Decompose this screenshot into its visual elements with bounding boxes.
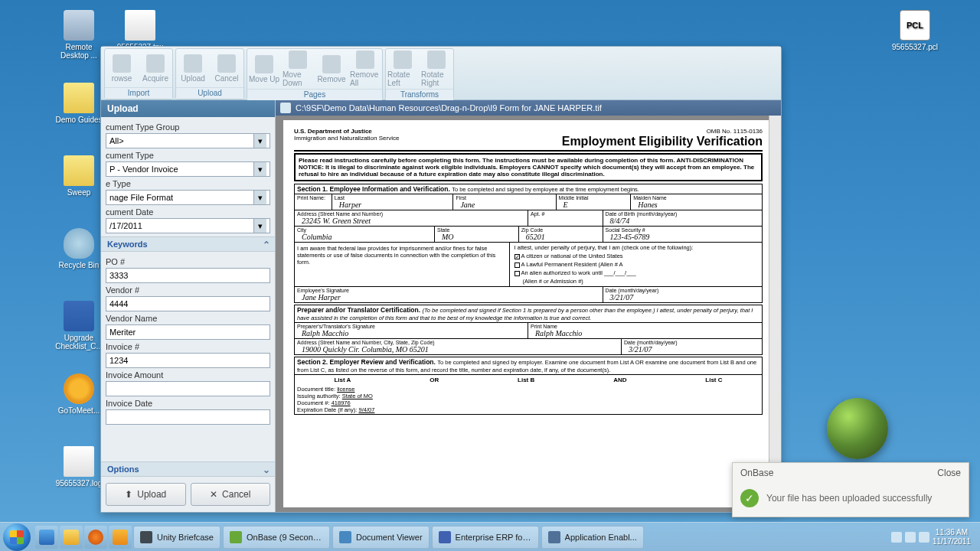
- ribbon-group-label: Import: [105, 87, 172, 99]
- panel-fields: cument Type Group All> cument Type P - V…: [101, 117, 275, 236]
- windows-taskbar: Unity BriefcaseOnBase (9 Second...Docume…: [0, 522, 980, 551]
- toast-message: Your file has been uploaded successfully: [766, 493, 932, 504]
- doc-type-group-select[interactable]: All>: [106, 133, 270, 148]
- ribbon-group-label: Upload: [176, 87, 243, 99]
- icon-label: 95655327.log: [52, 479, 106, 487]
- file-path-bar: C:\9SF\Demo Data\Human Resources\Drag-n-…: [276, 100, 781, 116]
- file-tnx-icon: [125, 10, 155, 41]
- ribbon-group-label: Transforms: [386, 89, 453, 100]
- ribbon-btn-move-down[interactable]: Move Down: [281, 49, 315, 89]
- taskbar-app-label: Unity Briefcase: [157, 533, 214, 542]
- ribbon-btn-label: Remove: [317, 75, 345, 83]
- ribbon-group-label: Pages: [247, 89, 382, 100]
- gotomeeting-icon: [64, 373, 94, 404]
- taskbar-item[interactable]: Document Viewer: [332, 526, 430, 549]
- keyword-input-invoice-[interactable]: [106, 353, 270, 368]
- ribbon-btn-acquire[interactable]: Acquire: [139, 49, 172, 87]
- ribbon-btn-label: rowse: [112, 74, 132, 83]
- panel-title: Upload: [101, 100, 275, 117]
- document-preview[interactable]: U.S. Department of JusticeImmigration an…: [276, 116, 781, 512]
- desktop-icon-file-log[interactable]: 95655327.log: [52, 446, 106, 487]
- desktop-icon-sweep[interactable]: Sweep: [52, 155, 106, 197]
- ribbon-btn-label: Remove All: [350, 70, 381, 87]
- file-type-label: e Type: [106, 179, 270, 188]
- ribbon-btn-move-up[interactable]: Move Up: [247, 49, 281, 89]
- ribbon-btn-label: Move Down: [283, 70, 313, 87]
- ribbon-btn-rotate-right[interactable]: Rotate Right: [420, 49, 453, 89]
- ribbon-group-upload: UploadCancelUpload: [175, 48, 244, 99]
- pinned-explorer[interactable]: [60, 526, 83, 549]
- start-button[interactable]: [3, 523, 31, 551]
- doc-type-select[interactable]: P - Vendor Invoice: [106, 161, 270, 177]
- ribbon-btn-icon: [113, 54, 131, 73]
- keyword-input-invoice-date[interactable]: [106, 409, 270, 425]
- desktop-icon-recycle-bin[interactable]: Recycle Bin: [52, 228, 106, 269]
- chevron-down-icon: ⌄: [263, 465, 270, 475]
- ribbon-btn-icon: [289, 51, 307, 69]
- pinned-outlook[interactable]: [109, 526, 132, 549]
- remote-desktop-icon: [64, 10, 94, 41]
- taskbar-item[interactable]: OnBase (9 Second...: [223, 526, 330, 549]
- toast-app-name: OnBase: [740, 468, 773, 478]
- ribbon-btn-rotate-left[interactable]: Rotate Left: [386, 49, 420, 89]
- preview-scrollbar[interactable]: [769, 116, 781, 512]
- desktop-icon-file-pcl[interactable]: PCL95655327.pcl: [888, 10, 942, 51]
- options-header[interactable]: Options⌄: [101, 461, 275, 477]
- doc-type-group-label: cument Type Group: [106, 122, 270, 132]
- doc-type-label: cument Type: [106, 151, 270, 160]
- ribbon-btn-icon: [146, 54, 165, 73]
- taskbar-app-label: OnBase (9 Second...: [247, 533, 323, 542]
- green-orb-decoration: [827, 398, 888, 459]
- keyword-label-invoice-date: Invoice Date: [106, 399, 270, 408]
- ribbon-btn-rowse[interactable]: rowse: [105, 49, 139, 87]
- cancel-button[interactable]: ✕Cancel: [191, 483, 271, 506]
- icon-label: GoToMeet...: [52, 406, 106, 415]
- upload-button[interactable]: ⬆Upload: [106, 483, 186, 506]
- desktop-icon-demo-guides[interactable]: Demo Guides: [52, 83, 106, 124]
- file-icon: [280, 103, 291, 113]
- upload-panel: Upload cument Type Group All> cument Typ…: [101, 100, 276, 512]
- desktop-icon-upgrade-checklist[interactable]: Upgrade Checklist_C...: [52, 301, 106, 350]
- ribbon-btn-label: Move Up: [249, 75, 279, 83]
- keywords-header[interactable]: Keywords⌃: [101, 236, 275, 252]
- desktop-icon-file-tnx[interactable]: 95655327.tnx: [113, 10, 167, 51]
- onbase-upload-window: rowseAcquireImportUploadCancelUploadMove…: [100, 46, 782, 513]
- pinned-ie[interactable]: [35, 526, 58, 549]
- ribbon-btn-label: Cancel: [214, 74, 238, 83]
- ribbon-btn-icon: [184, 54, 202, 73]
- ribbon-btn-icon: [322, 55, 341, 73]
- toast-close-button[interactable]: Close: [937, 468, 961, 478]
- tray-icon[interactable]: [919, 532, 929, 543]
- taskbar-item[interactable]: Enterprise ERP for...: [432, 526, 539, 549]
- ribbon-btn-icon: [427, 51, 446, 69]
- ribbon-btn-remove-all[interactable]: Remove All: [348, 49, 382, 89]
- doc-date-input[interactable]: /17/2011: [106, 218, 270, 233]
- ribbon-btn-remove[interactable]: Remove: [315, 49, 348, 89]
- desktop-icon-gotomeeting[interactable]: GoToMeet...: [52, 373, 106, 415]
- taskbar-app-label: Application Enabl...: [565, 533, 637, 542]
- ribbon-btn-label: Rotate Right: [421, 70, 452, 87]
- keyword-input-invoice-amount[interactable]: [106, 381, 270, 396]
- system-tray: 11:36 AM 11/17/2011: [885, 528, 977, 546]
- keyword-input-vendor-[interactable]: [106, 296, 270, 311]
- taskbar-app-label: Enterprise ERP for...: [456, 533, 532, 542]
- taskbar-clock[interactable]: 11:36 AM 11/17/2011: [933, 528, 971, 546]
- taskbar-item[interactable]: Unity Briefcase: [133, 526, 220, 549]
- tray-icon[interactable]: [905, 532, 916, 543]
- taskbar-app-icon: [230, 531, 242, 543]
- demo-guides-icon: [64, 83, 94, 113]
- ribbon-btn-label: Upload: [181, 74, 205, 83]
- tray-icon[interactable]: [891, 532, 902, 543]
- taskbar-item[interactable]: Application Enabl...: [541, 526, 644, 549]
- desktop-icon-remote-desktop[interactable]: Remote Desktop ...: [52, 10, 106, 60]
- chevron-up-icon: ⌃: [263, 240, 270, 250]
- ribbon-btn-cancel[interactable]: Cancel: [210, 49, 243, 87]
- ribbon-group-transforms: Rotate LeftRotate RightTransforms: [385, 48, 454, 99]
- keyword-input-vendor-name[interactable]: [106, 324, 270, 340]
- recycle-bin-icon: [64, 228, 94, 259]
- keyword-input-po-[interactable]: [106, 268, 270, 283]
- ribbon-btn-upload[interactable]: Upload: [176, 49, 210, 87]
- pinned-firefox[interactable]: [84, 526, 107, 549]
- file-type-select[interactable]: nage File Format: [106, 190, 270, 205]
- icon-label: 95655327.pcl: [888, 43, 942, 51]
